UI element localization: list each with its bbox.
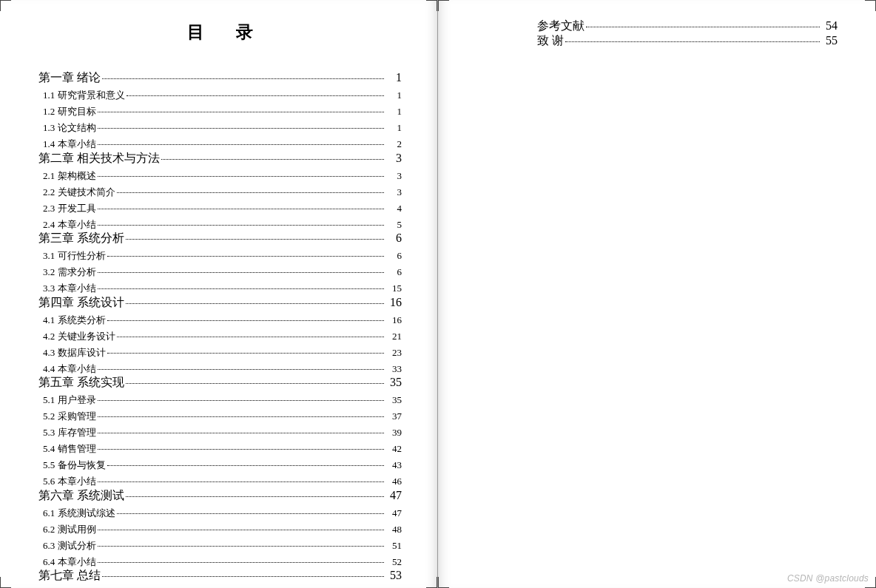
toc-leader-dots [117, 513, 385, 514]
toc-leader-dots [98, 400, 385, 401]
toc-entry: 6.2 测试用例48 [38, 524, 402, 534]
toc-entry-label: 第七章 总结 [38, 570, 101, 581]
toc-entry: 2.1 架构概述3 [38, 171, 402, 180]
toc-entry-label: 致 谢 [537, 35, 564, 47]
toc-entry: 第二章 相关技术与方法3 [38, 152, 402, 164]
toc-entry-label: 5.2 采购管理 [43, 411, 96, 421]
toc-entry-label: 2.3 开发工具 [43, 203, 96, 213]
toc-leader-dots [107, 465, 385, 466]
toc-entry: 4.4 本章小结33 [38, 364, 402, 374]
toc-entry-page: 5 [385, 220, 402, 229]
toc-leader-dots [126, 303, 384, 304]
toc-entry: 4.3 数据库设计23 [38, 348, 402, 357]
toc-entry-label: 2.2 关键技术简介 [43, 187, 115, 197]
toc-entry-page: 1 [385, 107, 402, 116]
toc-entry-label: 5.3 库存管理 [43, 428, 96, 437]
toc-entry-page: 48 [385, 524, 402, 534]
toc-entry: 6.1 系统测试综述47 [38, 508, 402, 518]
toc-leader-dots [586, 27, 820, 27]
toc-leader-dots [98, 369, 385, 370]
toc-entry-label: 第三章 系统分析 [38, 232, 124, 244]
toc-entry: 第一章 绪论1 [38, 72, 402, 84]
toc-entry-label: 4.2 关键业务设计 [43, 331, 115, 341]
toc-entry: 3.1 可行性分析6 [38, 251, 402, 260]
toc-entry: 5.4 销售管理42 [38, 444, 402, 453]
toc-entry: 2.4 本章小结5 [38, 220, 402, 229]
toc-entry-page: 47 [385, 490, 402, 501]
toc-list-left: 第一章 绪论11.1 研究背景和意义11.2 研究目标11.3 论文结构11.4… [38, 72, 402, 581]
toc-entry-label: 3.1 可行性分析 [43, 251, 106, 260]
toc-entry-label: 3.3 本章小结 [43, 283, 96, 293]
toc-entry: 5.1 用户登录35 [38, 395, 402, 405]
toc-entry: 5.6 本章小结46 [38, 476, 402, 486]
toc-entry: 致 谢55 [537, 35, 838, 47]
toc-entry: 5.3 库存管理39 [38, 428, 402, 437]
toc-entry-page: 3 [385, 187, 402, 197]
toc-title: 目 录 [52, 21, 402, 44]
toc-entry-page: 2 [385, 139, 402, 149]
toc-entry-label: 6.4 本章小结 [43, 557, 96, 567]
toc-entry: 1.4 本章小结2 [38, 139, 402, 149]
toc-leader-dots [98, 449, 385, 450]
toc-entry: 3.3 本章小结15 [38, 283, 402, 293]
toc-leader-dots [98, 288, 385, 289]
crop-mark [0, 577, 11, 588]
toc-leader-dots [127, 95, 385, 96]
page-right: 参考文献54致 谢55 [438, 0, 876, 588]
toc-entry-page: 21 [385, 331, 402, 341]
toc-leader-dots [98, 144, 385, 145]
toc-entry-label: 第六章 系统测试 [38, 490, 124, 501]
toc-entry: 4.2 关键业务设计21 [38, 331, 402, 341]
toc-leader-dots [126, 239, 384, 240]
crop-mark [438, 577, 449, 588]
toc-entry-label: 4.1 系统类分析 [43, 315, 106, 325]
toc-entry-label: 第五章 系统实现 [38, 376, 124, 388]
toc-entry: 第三章 系统分析6 [38, 232, 402, 244]
toc-leader-dots [98, 546, 385, 547]
toc-entry-page: 47 [385, 508, 402, 518]
toc-entry-label: 5.1 用户登录 [43, 395, 96, 405]
toc-leader-dots [107, 353, 385, 354]
toc-entry-page: 16 [385, 297, 402, 308]
toc-entry-page: 33 [385, 364, 402, 374]
toc-entry-page: 6 [385, 232, 402, 244]
toc-entry-label: 1.2 研究目标 [43, 107, 96, 116]
toc-entry: 第四章 系统设计16 [38, 297, 402, 308]
toc-leader-dots [117, 192, 385, 193]
toc-entry-label: 5.5 备份与恢复 [43, 460, 106, 470]
toc-entry-label: 6.2 测试用例 [43, 524, 96, 534]
toc-entry-page: 43 [385, 460, 402, 470]
toc-entry-page: 4 [385, 203, 402, 213]
toc-entry: 6.4 本章小结52 [38, 557, 402, 567]
toc-leader-dots [98, 416, 385, 417]
toc-entry-page: 1 [385, 123, 402, 132]
toc-entry-page: 1 [385, 72, 402, 84]
toc-leader-dots [98, 530, 385, 530]
toc-entry: 3.2 需求分析6 [38, 267, 402, 277]
toc-leader-dots [102, 78, 384, 79]
toc-leader-dots [98, 112, 385, 112]
toc-entry-page: 3 [385, 171, 402, 180]
toc-leader-dots [117, 337, 385, 337]
toc-entry-label: 4.3 数据库设计 [43, 348, 106, 357]
toc-entry-label: 1.3 论文结构 [43, 123, 96, 132]
toc-entry-label: 6.1 系统测试综述 [43, 508, 115, 518]
toc-leader-dots [161, 159, 384, 160]
toc-entry-label: 第二章 相关技术与方法 [38, 152, 160, 164]
crop-mark [426, 0, 437, 11]
toc-entry: 5.5 备份与恢复43 [38, 460, 402, 470]
crop-mark [438, 0, 449, 11]
toc-entry: 2.3 开发工具4 [38, 203, 402, 213]
watermark: CSDN @pastclouds [787, 573, 869, 584]
toc-entry-page: 35 [385, 376, 402, 388]
toc-entry: 1.3 论文结构1 [38, 123, 402, 132]
toc-entry-page: 54 [821, 20, 838, 32]
toc-entry-page: 23 [385, 348, 402, 357]
toc-entry-label: 第一章 绪论 [38, 72, 101, 84]
toc-entry-page: 6 [385, 267, 402, 277]
toc-entry: 第五章 系统实现35 [38, 376, 402, 388]
toc-entry-label: 2.4 本章小结 [43, 220, 96, 229]
toc-entry-label: 1.1 研究背景和意义 [43, 90, 125, 100]
toc-entry: 第七章 总结53 [38, 570, 402, 581]
toc-leader-dots [98, 176, 385, 177]
